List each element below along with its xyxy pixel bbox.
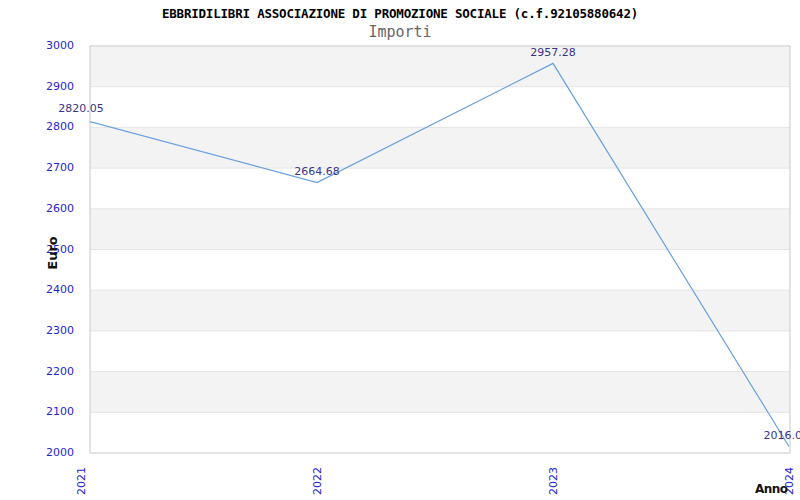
point-label: 2957.28 <box>530 46 576 59</box>
y-tick-label: 2600 <box>0 202 74 215</box>
x-tick-label: 2023 <box>547 467 560 495</box>
x-tick-label: 2022 <box>311 467 324 495</box>
y-tick-label: 2400 <box>0 283 74 296</box>
y-tick-label: 2700 <box>0 161 74 174</box>
y-tick-label: 2100 <box>0 405 74 418</box>
y-tick-label: 3000 <box>0 39 74 52</box>
x-tick-label: 2021 <box>75 467 88 495</box>
y-tick-label: 2200 <box>0 365 74 378</box>
x-axis-label: Anno <box>755 482 788 496</box>
y-tick-label: 2500 <box>0 243 74 256</box>
band <box>90 209 790 250</box>
y-tick-label: 2900 <box>0 80 74 93</box>
band <box>90 46 790 87</box>
y-tick-label: 2800 <box>0 120 74 133</box>
plot-area <box>0 0 800 500</box>
band <box>90 290 790 331</box>
band <box>90 127 790 168</box>
y-tick-label: 2000 <box>0 446 74 459</box>
point-label: 2016.0 <box>764 429 800 442</box>
point-label: 2664.68 <box>294 165 340 178</box>
point-label: 2820.05 <box>58 102 104 115</box>
y-tick-label: 2300 <box>0 324 74 337</box>
band <box>90 372 790 413</box>
y-axis-label: Euro <box>45 236 60 269</box>
